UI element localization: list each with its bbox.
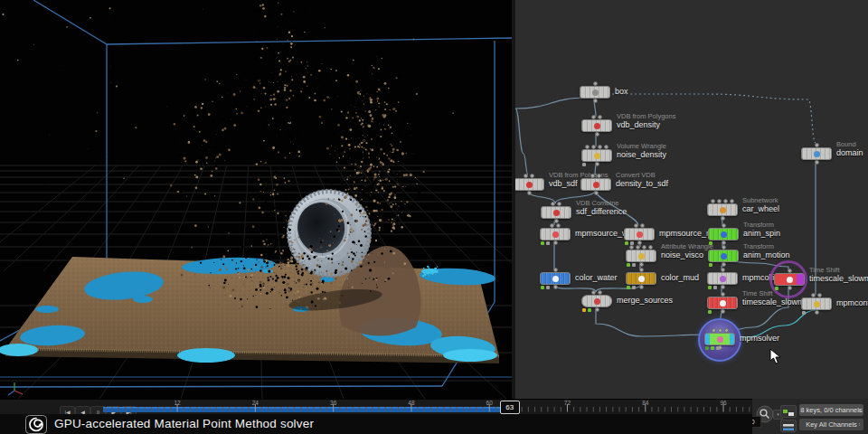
node-body[interactable]: [540, 228, 571, 241]
node-flags[interactable]: [709, 263, 712, 267]
node-body[interactable]: [801, 297, 832, 310]
output-connector[interactable]: [553, 285, 558, 289]
input-connector[interactable]: [524, 174, 528, 178]
node-mpmsource_mud[interactable]: mpmsource_mud: [624, 228, 655, 241]
node-flags[interactable]: [541, 241, 550, 245]
input-connector[interactable]: [590, 174, 595, 178]
input-connector[interactable]: [721, 292, 725, 297]
output-connector[interactable]: [639, 285, 644, 289]
input-connector[interactable]: [648, 245, 653, 250]
node-timescale_slowmo1[interactable]: Time Shifttimescale_slowmo1: [774, 273, 805, 286]
node-flags[interactable]: [775, 287, 778, 290]
node-body[interactable]: [774, 273, 805, 286]
timeline-ruler[interactable]: 1224364860728496: [0, 400, 868, 415]
output-connector[interactable]: [595, 307, 599, 312]
output-connector[interactable]: [593, 99, 598, 103]
input-connector[interactable]: [593, 81, 598, 86]
key-mode-select[interactable]: Key All Channels ↕: [799, 419, 863, 430]
output-connector[interactable]: [527, 191, 532, 195]
node-noise_visco[interactable]: Attribute Wranglenoise_visco: [626, 250, 656, 262]
input-connector[interactable]: [598, 115, 602, 119]
input-connector[interactable]: [591, 145, 596, 149]
input-connector[interactable]: [642, 245, 646, 250]
node-flags[interactable]: [802, 311, 806, 315]
node-body[interactable]: [708, 228, 739, 241]
node-body[interactable]: [704, 333, 735, 345]
input-connector[interactable]: [556, 223, 561, 228]
node-body[interactable]: [801, 147, 832, 160]
output-connector[interactable]: [721, 309, 725, 314]
node-flags[interactable]: [582, 308, 591, 312]
node-box[interactable]: box: [580, 86, 610, 99]
node-body[interactable]: [540, 272, 571, 285]
node-color_water[interactable]: color_water: [540, 272, 571, 285]
node-flags[interactable]: [705, 346, 720, 350]
input-connector[interactable]: [634, 223, 638, 228]
node-body[interactable]: [541, 206, 571, 219]
node-anim_motion[interactable]: Transformanim_motion: [708, 250, 739, 262]
output-connector[interactable]: [721, 216, 725, 221]
node-anim_spin[interactable]: Transformanim_spin: [708, 228, 739, 241]
input-connector[interactable]: [598, 145, 602, 149]
channel-layers-icon[interactable]: [780, 420, 797, 432]
node-noise_density[interactable]: Volume Wranglenoise_density: [581, 149, 612, 162]
node-sdf_difference[interactable]: VDB Combinesdf_difference: [541, 206, 571, 219]
output-connector[interactable]: [721, 285, 725, 289]
input-connector[interactable]: [717, 199, 722, 203]
input-connector[interactable]: [788, 269, 792, 273]
keys-summary[interactable]: 8 keys, 0/0 channels ▴: [799, 404, 863, 416]
input-connector[interactable]: [598, 290, 602, 295]
input-connector[interactable]: [553, 268, 558, 272]
node-merge_sources[interactable]: merge_sources: [581, 295, 612, 307]
output-connector[interactable]: [595, 132, 599, 137]
node-mpmsolver[interactable]: mpmsolver: [704, 333, 735, 345]
input-connector[interactable]: [722, 245, 726, 250]
input-connector[interactable]: [591, 290, 596, 295]
node-flags[interactable]: [709, 241, 712, 245]
input-connector[interactable]: [550, 223, 554, 228]
output-connector[interactable]: [594, 191, 599, 195]
node-body[interactable]: [581, 149, 612, 162]
node-body[interactable]: [707, 203, 738, 216]
input-connector[interactable]: [604, 145, 609, 149]
node-domain[interactable]: Bounddomain: [801, 147, 832, 160]
output-connector[interactable]: [722, 262, 726, 267]
input-connector[interactable]: [639, 268, 644, 272]
input-connector[interactable]: [585, 145, 590, 149]
input-connector[interactable]: [724, 328, 729, 333]
playhead[interactable]: 63: [500, 401, 520, 414]
node-density_to_sdf[interactable]: Convert VDBdensity_to_sdf: [580, 178, 611, 191]
input-connector[interactable]: [636, 245, 640, 250]
output-connector[interactable]: [815, 160, 819, 165]
input-connector[interactable]: [811, 293, 816, 297]
node-body[interactable]: [581, 295, 612, 307]
input-connector[interactable]: [730, 199, 734, 203]
output-connector[interactable]: [553, 241, 558, 245]
node-flags[interactable]: [627, 263, 636, 267]
node-body[interactable]: [707, 272, 738, 285]
node-body[interactable]: [580, 86, 610, 99]
node-timescale_slowmo[interactable]: Time Shifttimescale_slowmo: [707, 297, 738, 309]
node-mpmcontainer[interactable]: mpmcontainer: [801, 297, 832, 310]
input-connector[interactable]: [551, 202, 555, 206]
output-connector[interactable]: [595, 162, 599, 166]
node-body[interactable]: [581, 119, 612, 132]
node-body[interactable]: [626, 250, 656, 262]
input-connector[interactable]: [597, 174, 601, 178]
node-color_mud[interactable]: color_mud: [626, 272, 656, 285]
viewport-3d[interactable]: [0, 0, 512, 399]
node-car_wheel[interactable]: Subnetworkcar_wheel: [707, 203, 738, 216]
input-connector[interactable]: [530, 174, 534, 178]
input-connector[interactable]: [815, 143, 819, 147]
keyframe-scope-icon[interactable]: [780, 405, 797, 418]
node-body[interactable]: [515, 178, 544, 191]
input-connector[interactable]: [591, 115, 596, 119]
network-editor[interactable]: boxVDB from Polygonsvdb_densityVolume Wr…: [515, 0, 868, 399]
node-body[interactable]: [624, 228, 655, 241]
output-connector[interactable]: [788, 286, 792, 290]
node-mpmsource_water[interactable]: mpmsource_water: [540, 228, 571, 241]
input-connector[interactable]: [817, 293, 822, 297]
input-connector[interactable]: [629, 245, 634, 250]
node-flags[interactable]: [541, 286, 550, 289]
node-vdb_sdf[interactable]: VDB from Polygonsvdb_sdf: [515, 178, 544, 191]
